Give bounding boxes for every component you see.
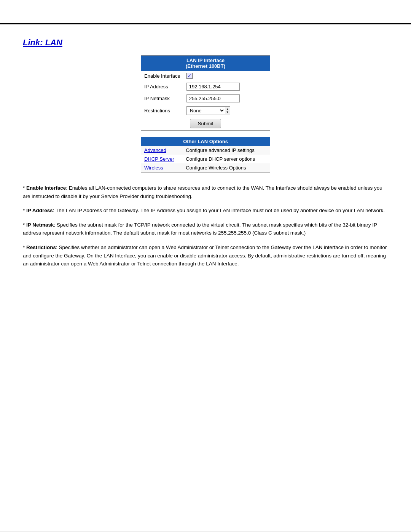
term-restrictions: Restrictions: [26, 244, 56, 250]
ip-netmask-row: IP Netmask: [141, 93, 270, 104]
restrictions-label: Restrictions: [141, 104, 183, 117]
lan-table-header: LAN IP Interface (Ethernet 100BT): [141, 56, 270, 71]
title-prefix: Link:: [23, 38, 45, 47]
lan-ip-table: LAN IP Interface (Ethernet 100BT) Enable…: [141, 55, 270, 131]
table-row: Wireless Configure Wireless Options: [141, 163, 270, 173]
wireless-link-cell: Wireless: [141, 163, 183, 173]
other-lan-body: Advanced Configure advanced IP settings …: [141, 146, 270, 173]
restrictions-row: Restrictions None ▲ ▼: [141, 104, 270, 117]
restrictions-select[interactable]: None: [187, 107, 225, 115]
enable-interface-row: Enable Interface ✓: [141, 71, 270, 81]
text-netmask: : Specifies the subnet mask for the TCP/…: [23, 222, 377, 236]
panel-area: LAN IP Interface (Ethernet 100BT) Enable…: [23, 55, 388, 173]
ip-address-input[interactable]: [186, 83, 240, 91]
description-para-ip: * IP Address: The LAN IP Address of the …: [23, 206, 388, 215]
advanced-desc-cell: Configure advanced IP settings: [183, 146, 270, 155]
description-para-restrictions: * Restrictions: Specifies whether an adm…: [23, 243, 388, 268]
ip-netmask-input[interactable]: [186, 94, 240, 102]
table-row: DHCP Server Configure DHCP server option…: [141, 155, 270, 163]
ip-address-label: IP Address: [141, 81, 183, 93]
panel-wrapper: LAN IP Interface (Ethernet 100BT) Enable…: [141, 55, 270, 173]
description-area: * Enable Interface: Enables all LAN-conn…: [23, 184, 388, 268]
enable-label: Enable Interface: [141, 71, 183, 81]
enable-checkbox[interactable]: ✓: [186, 73, 193, 79]
submit-cell: Submit: [141, 117, 270, 131]
other-lan-table: Other LAN Options Advanced Configure adv…: [141, 137, 270, 173]
dhcp-server-link[interactable]: DHCP Server: [144, 156, 174, 162]
text-restrictions: : Specifies whether an administrator can…: [23, 244, 387, 267]
text-ip: : The LAN IP Address of the Gateway. The…: [53, 208, 385, 213]
arrow-down: ▼: [226, 111, 229, 114]
submit-row: Submit: [141, 117, 270, 131]
ip-address-value-cell: [183, 81, 270, 93]
advanced-link[interactable]: Advanced: [144, 147, 166, 153]
main-content: Link: LAN LAN IP Interface (Ethernet 100…: [0, 26, 411, 289]
title-highlight: LAN: [45, 38, 62, 47]
submit-button[interactable]: Submit: [190, 119, 221, 128]
wireless-desc-cell: Configure Wireless Options: [183, 163, 270, 173]
header-line2: (Ethernet 100BT): [144, 63, 267, 69]
top-rule-thick: [0, 23, 411, 24]
select-arrows[interactable]: ▲ ▼: [225, 107, 230, 114]
table-row: Advanced Configure advanced IP settings: [141, 146, 270, 155]
restrictions-select-wrapper: None ▲ ▼: [186, 106, 230, 115]
page-container: Link: LAN LAN IP Interface (Ethernet 100…: [0, 23, 411, 532]
ip-netmask-value-cell: [183, 93, 270, 104]
term-ip: IP Address: [26, 208, 53, 213]
description-para-netmask: * IP Netmask: Specifies the subnet mask …: [23, 221, 388, 237]
description-para-enable: * Enable Interface: Enables all LAN-conn…: [23, 184, 388, 200]
restrictions-value-cell: None ▲ ▼: [183, 104, 270, 117]
advanced-link-cell: Advanced: [141, 146, 183, 155]
page-title: Link: LAN: [23, 38, 388, 48]
wireless-link[interactable]: Wireless: [144, 165, 163, 171]
dhcp-link-cell: DHCP Server: [141, 155, 183, 163]
ip-netmask-label: IP Netmask: [141, 93, 183, 104]
dhcp-desc-cell: Configure DHCP server options: [183, 155, 270, 163]
term-netmask: IP Netmask: [26, 222, 54, 228]
term-enable: Enable Interface: [26, 185, 66, 191]
header-line1: LAN IP Interface: [144, 58, 267, 63]
other-lan-header: Other LAN Options: [141, 137, 270, 146]
text-enable: : Enables all LAN-connected computers to…: [23, 185, 382, 199]
checkbox-wrapper: ✓: [186, 73, 267, 79]
ip-address-row: IP Address: [141, 81, 270, 93]
enable-checkbox-cell: ✓: [183, 71, 270, 81]
